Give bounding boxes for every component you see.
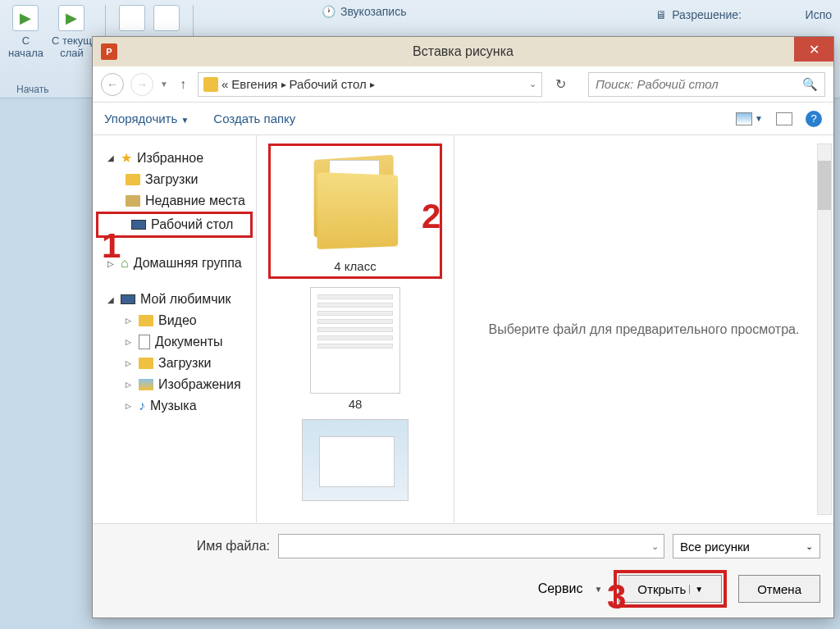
tree-desktop[interactable]: Рабочий стол [98, 214, 250, 235]
breadcrumb-folder[interactable]: Рабочий стол [290, 77, 367, 91]
preview-pane-button[interactable] [776, 112, 792, 125]
file-list: 4 класс 48 [257, 135, 454, 523]
dialog-footer: Имя файла: ⌄ Все рисунки ⌄ Сервис ▼ Откр… [93, 523, 833, 618]
preview-pane: Выберите файл для предварительного просм… [454, 135, 833, 523]
open-label: Открыть [637, 582, 686, 596]
annotation-2: 2 [422, 197, 441, 236]
highlight-box-2: 4 класс [268, 144, 442, 279]
folder-tree-sidebar: ◢ ★ Избранное Загрузки Недавние места Ра… [93, 135, 257, 523]
tree-mypc[interactable]: ◢ Мой любимчик [93, 289, 256, 310]
tree-images[interactable]: ▷ Изображения [93, 374, 256, 395]
breadcrumb-bar[interactable]: « Евгения ▸ Рабочий стол ▸ ⌄ [198, 72, 542, 97]
chevron-right-icon: ▸ [370, 79, 375, 90]
sound-recording-button[interactable]: 🕐 Звукозапись [322, 5, 406, 18]
tree-recent[interactable]: Недавние места [93, 190, 256, 212]
pictures-icon [139, 379, 153, 390]
monitor-icon: 🖥 [655, 8, 667, 21]
tree-downloads2[interactable]: ▷ Загрузки [93, 353, 256, 374]
dialog-toolbar: Упорядочить ▼ Создать папку ▼ ? [93, 103, 833, 135]
organize-button[interactable]: Упорядочить ▼ [104, 112, 189, 125]
tree-label: Загрузки [158, 356, 211, 371]
breadcrumb-user[interactable]: Евгения [231, 77, 277, 91]
play-icon: ▶ [66, 9, 77, 27]
folder-icon [139, 358, 153, 369]
tree-label: Мой любимчик [140, 292, 231, 307]
star-icon: ★ [121, 150, 132, 166]
preview-placeholder: Выберите файл для предварительного просм… [489, 322, 800, 337]
from-current-button[interactable]: ▶ С текущ слай [52, 5, 92, 59]
scrollbar-vertical[interactable] [817, 144, 832, 515]
nav-up-button[interactable]: ↑ [175, 77, 191, 92]
breadcrumb-dropdown[interactable]: ⌄ [529, 79, 536, 89]
tree-music[interactable]: ▷ ♪ Музыка [93, 395, 256, 417]
dialog-titlebar[interactable]: P Вставка рисунка ✕ [93, 37, 833, 66]
music-icon: ♪ [139, 399, 145, 413]
tree-label: Домашняя группа [134, 256, 242, 271]
filename-label: Имя файла: [106, 539, 270, 554]
nav-forward-button[interactable]: → [130, 73, 153, 96]
expand-icon: ◢ [107, 153, 116, 162]
search-input[interactable] [596, 77, 802, 91]
folder-item-4class[interactable]: 4 класс [274, 149, 436, 273]
tree-label: Видео [158, 313, 197, 328]
highlight-box-3: Открыть ▼ [614, 570, 727, 608]
tools-button[interactable]: Сервис [538, 581, 583, 596]
new-folder-button[interactable]: Создать папку [213, 112, 295, 125]
monitor-icon [131, 220, 146, 230]
cancel-label: Отмена [757, 582, 801, 596]
folder-icon [203, 77, 218, 92]
folder-large-icon [302, 149, 409, 256]
ribbon-placeholder-2[interactable] [153, 5, 180, 31]
insert-picture-dialog: P Вставка рисунка ✕ ← → ▼ ↑ « Евгения ▸ … [92, 36, 834, 618]
tree-label: Избранное [137, 151, 203, 166]
tree-favorites[interactable]: ◢ ★ Избранное [93, 147, 256, 169]
resolution-control[interactable]: 🖥 Разрешение: [655, 8, 742, 21]
play-icon: ▶ [20, 9, 31, 27]
open-button[interactable]: Открыть ▼ [619, 575, 722, 603]
ribbon-group-start: Начать [16, 84, 49, 95]
file-filter-dropdown[interactable]: Все рисунки ⌄ [673, 534, 820, 558]
ribbon-placeholder-1[interactable] [119, 5, 145, 31]
chevron-right-icon: ▸ [281, 79, 286, 90]
file-label: 4 класс [334, 259, 376, 273]
thumbnails-icon [736, 112, 752, 125]
recent-icon [126, 195, 140, 207]
open-dropdown[interactable]: ▼ [689, 585, 703, 594]
dialog-title: Вставка рисунка [413, 44, 514, 59]
tree-video[interactable]: ▷ Видео [93, 310, 256, 331]
computer-icon [121, 294, 135, 304]
document-thumb-icon [310, 287, 400, 394]
video-icon [139, 315, 153, 326]
from-beginning-button[interactable]: ▶ С начала [8, 5, 43, 59]
nav-history-dropdown[interactable]: ▼ [160, 80, 168, 89]
breadcrumb-prefix: « [221, 77, 228, 91]
file-item-48[interactable]: 48 [268, 287, 442, 411]
view-mode-button[interactable]: ▼ [736, 112, 763, 125]
homegroup-icon: ⌂ [121, 256, 129, 271]
sound-recording-label: Звукозапись [340, 5, 406, 18]
annotation-1: 1 [102, 226, 121, 266]
use-label: Испо [806, 8, 832, 21]
tree-documents[interactable]: ▷ Документы [93, 331, 256, 353]
filename-input[interactable]: ⌄ [278, 534, 664, 558]
tree-label: Рабочий стол [151, 217, 233, 232]
search-box[interactable]: 🔍 [588, 72, 825, 97]
dialog-navbar: ← → ▼ ↑ « Евгения ▸ Рабочий стол ▸ ⌄ ↻ 🔍 [93, 66, 833, 103]
help-button[interactable]: ? [806, 111, 822, 127]
resolution-label: Разрешение: [672, 8, 742, 21]
tree-label: Музыка [150, 399, 197, 413]
expand-icon: ▷ [126, 359, 134, 367]
from-current-label: С текущ слай [52, 34, 92, 59]
tree-label: Недавние места [145, 194, 245, 208]
chevron-down-icon: ▼ [594, 585, 602, 594]
folder-icon [126, 174, 140, 185]
file-item-ppt[interactable] [268, 419, 442, 501]
chevron-down-icon: ⌄ [651, 541, 659, 552]
refresh-button[interactable]: ↻ [549, 72, 573, 97]
tree-downloads[interactable]: Загрузки [93, 169, 256, 190]
nav-back-button[interactable]: ← [101, 73, 124, 96]
cancel-button[interactable]: Отмена [738, 575, 820, 603]
close-button[interactable]: ✕ [794, 37, 833, 62]
expand-icon: ◢ [107, 295, 116, 304]
annotation-3: 3 [607, 577, 626, 617]
